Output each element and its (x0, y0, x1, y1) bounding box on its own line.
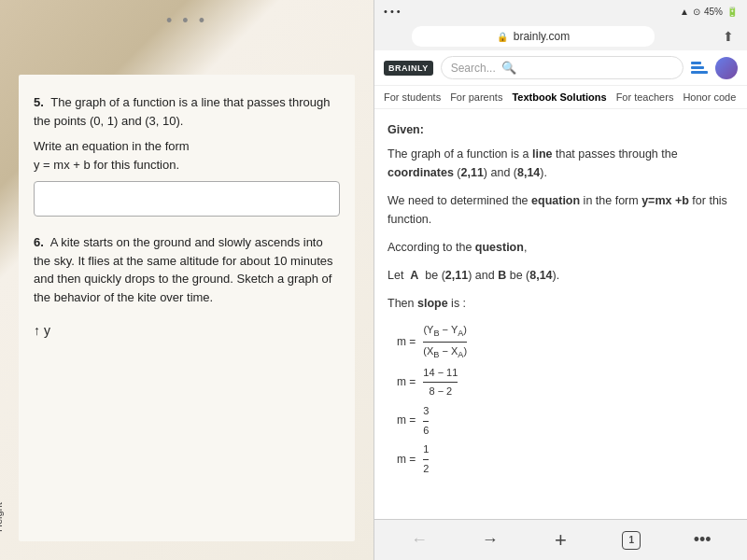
battery-text: 45% (704, 7, 723, 17)
content-para-1: The graph of a function is a line that p… (388, 145, 734, 182)
step3-numerator: 1 (423, 441, 429, 460)
answer-box[interactable] (34, 181, 340, 217)
right-panel: • • • ▲ ⊙ 45% 🔋 🔒 brainly.com ⬆ BRAINLY … (374, 0, 747, 560)
step2-denominator: 6 (423, 422, 429, 440)
nav-textbook-solutions[interactable]: Textbook Solutions (512, 91, 606, 103)
signal-icon: ▲ (680, 7, 689, 17)
brainly-header: BRAINLY Search... 🔍 (374, 50, 747, 86)
status-right: ▲ ⊙ 45% 🔋 (680, 7, 738, 17)
slope-formula-line: m = (YB − YA) (XB − XA) (397, 322, 734, 362)
content-para-2: We need to determined the equation in th… (388, 191, 734, 229)
browser-bar: 🔒 brainly.com ⬆ (374, 22, 747, 50)
step1-numerator: 14 − 11 (423, 365, 458, 384)
status-dots: • • • (384, 6, 401, 17)
write-eq-label: Write an equation in the form (34, 137, 340, 156)
m-equals-3: m = (397, 412, 416, 429)
slope-step2-line: m = 3 6 (397, 403, 734, 439)
paper-area: 5. The graph of a function is a line tha… (19, 75, 355, 541)
slope-step1-fraction: 14 − 11 8 − 2 (423, 365, 458, 400)
more-button[interactable]: ••• (685, 524, 719, 557)
write-equation-label: Write an equation in the form y = mx + b… (34, 137, 340, 174)
search-icon[interactable]: 🔍 (501, 61, 516, 75)
m-equals-4: m = (397, 451, 416, 469)
m-equals-2: m = (397, 373, 416, 391)
browser-bottom: ← → + 1 ••• (374, 519, 747, 560)
search-bar[interactable]: Search... 🔍 (441, 56, 684, 79)
math-block: m = (YB − YA) (XB − XA) m = 14 − 11 8 − … (397, 322, 734, 477)
m-equals: m = (397, 333, 416, 351)
nav-for-students[interactable]: For students (384, 91, 441, 103)
tab-count: 1 (622, 531, 641, 550)
slope-numerator: (YB − YA) (423, 322, 467, 343)
step1-denominator: 8 − 2 (423, 383, 458, 400)
equation-text: y = mx + b for this function. (34, 156, 340, 175)
nav-icons (691, 57, 738, 79)
add-button[interactable]: + (543, 524, 577, 557)
problem-6-block: 6. A kite starts on the ground and slowl… (34, 233, 340, 306)
height-label: Height (0, 502, 4, 532)
avatar[interactable] (715, 57, 738, 79)
content-para-3: According to the question, (388, 238, 734, 257)
then-slope: Then slope is : (388, 294, 734, 313)
slope-fraction: (YB − YA) (XB − XA) (423, 322, 467, 362)
bold-coords: coordinates (388, 166, 454, 179)
dots-indicator: • • • (166, 11, 207, 31)
nav-links: For students For parents Textbook Soluti… (374, 86, 747, 109)
tabs-button[interactable]: 1 (614, 524, 648, 557)
textbook-content: 5. The graph of a function is a line tha… (19, 75, 355, 359)
status-bar: • • • ▲ ⊙ 45% 🔋 (374, 0, 747, 22)
battery-icon: 🔋 (726, 7, 738, 17)
problem-6-body: A kite starts on the ground and slowly a… (34, 235, 333, 304)
wifi-icon: ⊙ (693, 7, 700, 17)
back-button[interactable]: ← (402, 524, 436, 557)
let-line: Let A be (2,11) and B be (8,14). (388, 266, 734, 285)
nav-honor-code[interactable]: Honor code (683, 91, 736, 103)
share-icon[interactable]: ⬆ (723, 29, 734, 44)
nav-for-teachers[interactable]: For teachers (616, 91, 674, 103)
y-axis-label: ↑ y (34, 321, 340, 341)
slope-step2-fraction: 3 6 (423, 403, 429, 439)
content-area: Given: The graph of a function is a line… (374, 109, 747, 519)
search-placeholder: Search... (451, 62, 496, 75)
step2-numerator: 3 (423, 403, 429, 422)
url-bar[interactable]: 🔒 brainly.com (412, 26, 655, 47)
given-label: Given: (388, 120, 734, 139)
lock-icon: 🔒 (497, 32, 508, 42)
slope-step3-fraction: 1 2 (423, 441, 429, 477)
problem-5-text: 5. The graph of a function is a line tha… (34, 93, 340, 130)
problem-5-number: 5. (34, 95, 44, 109)
problem-6-number: 6. (34, 235, 44, 249)
bold-line: line (532, 147, 553, 161)
slope-step3-line: m = 1 2 (397, 441, 734, 477)
brainly-logo: BRAINLY (384, 61, 433, 76)
problem-5-body: The graph of a function is a line that p… (34, 95, 330, 128)
nav-for-parents[interactable]: For parents (450, 91, 502, 103)
url-text: brainly.com (514, 30, 570, 43)
problem-5-block: 5. The graph of a function is a line tha… (34, 93, 340, 217)
bar-chart-icon (691, 62, 708, 75)
slope-step1-line: m = 14 − 11 8 − 2 (397, 365, 734, 400)
left-panel: • • • 5. The graph of a function is a li… (0, 0, 374, 560)
forward-button[interactable]: → (473, 524, 507, 557)
slope-denominator: (XB − XA) (423, 343, 467, 362)
step3-denominator: 2 (423, 460, 429, 478)
